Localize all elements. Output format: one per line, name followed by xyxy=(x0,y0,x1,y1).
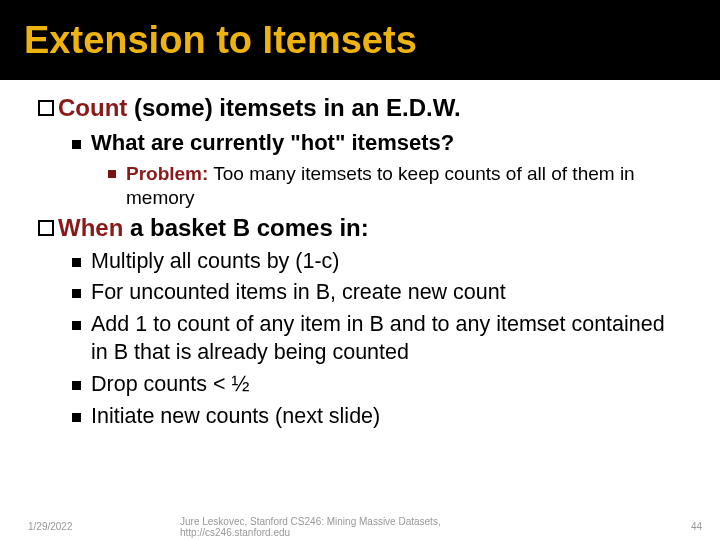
slide-title: Extension to Itemsets xyxy=(24,19,417,62)
sub-problem-text: Problem: Too many itemsets to keep count… xyxy=(126,162,682,210)
sub-hot-itemsets: What are currently "hot" itemsets? xyxy=(38,130,682,156)
square-bullet-icon xyxy=(72,321,81,330)
list-item: Multiply all counts by (1-c) xyxy=(72,248,682,276)
square-bullet-icon xyxy=(72,413,81,422)
list-item: Initiate new counts (next slide) xyxy=(72,403,682,431)
point-when-rest: a basket B comes in: xyxy=(123,214,368,241)
point-count-text: Count (some) itemsets in an E.D.W. xyxy=(58,94,461,122)
slide-content: Count (some) itemsets in an E.D.W. What … xyxy=(0,80,720,431)
point-when: When a basket B comes in: xyxy=(38,214,682,242)
sub-hot-itemsets-text: What are currently "hot" itemsets? xyxy=(91,130,454,156)
point-count-rest: (some) itemsets in an E.D.W. xyxy=(127,94,460,121)
point-count-prefix: Count xyxy=(58,94,127,121)
square-bullet-icon xyxy=(72,258,81,267)
box-bullet-icon xyxy=(38,100,54,116)
point-when-text: When a basket B comes in: xyxy=(58,214,369,242)
title-bar: Extension to Itemsets xyxy=(0,0,720,80)
list-item-text: Add 1 to count of any item in B and to a… xyxy=(91,311,682,367)
square-bullet-icon xyxy=(72,289,81,298)
list-item-text: Multiply all counts by (1-c) xyxy=(91,248,340,276)
list-item-text: For uncounted items in B, create new cou… xyxy=(91,279,506,307)
footer: 1/29/2022 Jure Leskovec, Stanford CS246:… xyxy=(0,521,720,532)
footer-date: 1/29/2022 xyxy=(28,521,73,532)
square-bullet-icon xyxy=(72,140,81,149)
point-when-prefix: When xyxy=(58,214,123,241)
square-bullet-icon xyxy=(72,381,81,390)
sub-problem: Problem: Too many itemsets to keep count… xyxy=(38,162,682,210)
sub-problem-label: Problem: xyxy=(126,163,208,184)
footer-page: 44 xyxy=(691,521,702,532)
list-item: Add 1 to count of any item in B and to a… xyxy=(72,311,682,367)
list-item: Drop counts < ½ xyxy=(72,371,682,399)
point-count: Count (some) itemsets in an E.D.W. xyxy=(38,94,682,122)
list-item-text: Drop counts < ½ xyxy=(91,371,249,399)
footer-credit: Jure Leskovec, Stanford CS246: Mining Ma… xyxy=(180,516,540,538)
list-item: For uncounted items in B, create new cou… xyxy=(72,279,682,307)
box-bullet-icon xyxy=(38,220,54,236)
list-item-text: Initiate new counts (next slide) xyxy=(91,403,380,431)
small-square-icon xyxy=(108,170,116,178)
steps-list: Multiply all counts by (1-c) For uncount… xyxy=(38,248,682,432)
